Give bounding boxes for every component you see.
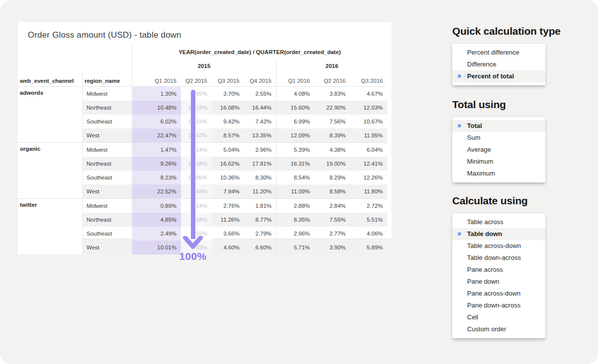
value-cell[interactable]: 4.85% — [132, 213, 181, 227]
value-cell[interactable]: 1.47% — [132, 143, 181, 157]
value-cell[interactable]: 5.89% — [350, 241, 387, 254]
value-cell[interactable]: 1.81% — [244, 199, 276, 213]
value-cell[interactable]: 8.57% — [212, 128, 244, 143]
value-cell[interactable]: 2.72% — [350, 199, 387, 213]
value-cell[interactable]: 9.42% — [212, 115, 244, 128]
value-cell[interactable]: 3.90% — [314, 241, 350, 254]
value-cell[interactable]: 6.02% — [132, 115, 181, 128]
menu-item-table-down-across[interactable]: Table down-across — [452, 252, 545, 264]
value-cell[interactable]: 11.20% — [244, 184, 276, 199]
menu-item-sum[interactable]: Sum — [452, 132, 545, 144]
value-cell[interactable]: 10.48% — [132, 101, 181, 115]
menu-item-maximum[interactable]: Maximum — [452, 168, 545, 180]
value-cell[interactable]: 5.51% — [350, 213, 387, 227]
value-cell[interactable]: 10.36% — [212, 171, 244, 184]
menu-item-percent-of-total[interactable]: Percent of total — [452, 70, 545, 82]
value-cell[interactable]: 3.83% — [314, 87, 350, 101]
value-cell[interactable]: 5.39% — [276, 143, 314, 157]
region-label-west[interactable]: West — [82, 128, 132, 143]
region-label-midwest[interactable]: Midwest — [82, 199, 132, 213]
menu-item-total[interactable]: Total — [452, 120, 545, 132]
value-cell[interactable]: 16.62% — [212, 157, 244, 171]
value-cell[interactable]: 16.31% — [276, 157, 314, 171]
menu-item-percent-difference[interactable]: Percent difference — [452, 47, 545, 59]
value-cell[interactable]: 9.26% — [132, 157, 181, 171]
value-cell[interactable]: 12.06% — [181, 171, 212, 184]
quarter-header-q3-2015[interactable]: Q3 2015 — [212, 73, 244, 87]
value-cell[interactable]: 10.67% — [350, 115, 387, 128]
value-cell[interactable]: 11.09% — [276, 184, 314, 199]
quarter-header-q2-2015[interactable]: Q2 2015 — [181, 73, 212, 87]
channel-label-organic[interactable]: organic — [18, 143, 82, 199]
value-cell[interactable]: 11.80% — [350, 184, 387, 199]
value-cell[interactable]: 8.30% — [244, 171, 276, 184]
menu-item-pane-across-down[interactable]: Pane across-down — [452, 288, 545, 300]
value-cell[interactable]: 7.94% — [212, 184, 244, 199]
value-cell[interactable]: 13.35% — [244, 128, 276, 143]
value-cell[interactable]: 8.39% — [314, 128, 350, 143]
menu-item-pane-down[interactable]: Pane down — [452, 276, 545, 288]
menu-item-pane-down-across[interactable]: Pane down-across — [452, 300, 545, 311]
value-cell[interactable]: 0.89% — [132, 199, 181, 213]
value-cell[interactable]: 8.29% — [314, 171, 350, 184]
value-cell[interactable]: 2.95% — [181, 87, 212, 101]
region-label-midwest[interactable]: Midwest — [82, 143, 132, 157]
quarter-header-q3-2016[interactable]: Q3 2016 — [350, 73, 387, 87]
value-cell[interactable]: 6.60% — [244, 241, 276, 254]
value-cell[interactable]: 12.26% — [350, 171, 387, 184]
year-group-header-2016[interactable]: 2016 — [276, 59, 387, 73]
menu-item-table-across[interactable]: Table across — [452, 216, 545, 228]
menu-item-pane-across[interactable]: Pane across — [452, 264, 545, 276]
value-cell[interactable]: 6.99% — [276, 115, 314, 128]
value-cell[interactable]: 22.90% — [314, 101, 350, 115]
value-cell[interactable]: 2.14% — [181, 199, 212, 213]
value-cell[interactable]: 12.09% — [276, 128, 314, 143]
quarter-header-q1-2015[interactable]: Q1 2015 — [132, 73, 181, 87]
value-cell[interactable]: 2.88% — [276, 199, 314, 213]
value-cell[interactable]: 4.60% — [212, 241, 244, 254]
quarter-header-q1-2016[interactable]: Q1 2016 — [276, 73, 314, 87]
value-cell[interactable]: 10.23% — [181, 115, 212, 128]
value-cell[interactable]: 2.55% — [244, 87, 276, 101]
value-cell[interactable]: 8.38% — [181, 213, 212, 227]
value-cell[interactable]: 4.67% — [350, 87, 387, 101]
value-cell[interactable]: 5.71% — [276, 241, 314, 254]
menu-item-table-across-down[interactable]: Table across-down — [452, 240, 545, 252]
value-cell[interactable]: 8.58% — [314, 184, 350, 199]
menu-item-average[interactable]: Average — [452, 144, 545, 156]
value-cell[interactable]: 17.81% — [244, 157, 276, 171]
value-cell[interactable]: 8.54% — [276, 171, 314, 184]
value-cell[interactable]: 14.38% — [181, 157, 212, 171]
region-label-southeast[interactable]: Southeast — [82, 171, 132, 184]
value-cell[interactable]: 15.60% — [276, 101, 314, 115]
value-cell[interactable]: 15.19% — [181, 101, 212, 115]
menu-item-table-down[interactable]: Table down — [452, 228, 545, 240]
value-cell[interactable]: 10.47% — [181, 128, 212, 143]
value-cell[interactable]: 11.26% — [212, 213, 244, 227]
value-cell[interactable]: 19.00% — [314, 157, 350, 171]
region-label-southeast[interactable]: Southeast — [82, 227, 132, 241]
value-cell[interactable]: 2.49% — [132, 227, 181, 241]
value-cell[interactable]: 2.79% — [244, 227, 276, 241]
region-label-northeast[interactable]: Northeast — [82, 157, 132, 171]
value-cell[interactable]: 5.04% — [212, 143, 244, 157]
value-cell[interactable]: 3.66% — [212, 227, 244, 241]
value-cell[interactable]: 1.30% — [132, 87, 181, 101]
value-cell[interactable]: 16.08% — [212, 101, 244, 115]
value-cell[interactable]: 4.06% — [350, 227, 387, 241]
menu-item-minimum[interactable]: Minimum — [452, 156, 545, 168]
value-cell[interactable]: 22.47% — [132, 128, 181, 143]
region-label-midwest[interactable]: Midwest — [82, 87, 132, 101]
quarter-header-q2-2016[interactable]: Q2 2016 — [314, 73, 350, 87]
quarter-header-q4-2015[interactable]: Q4 2015 — [244, 73, 276, 87]
value-cell[interactable]: 8.77% — [244, 213, 276, 227]
value-cell[interactable]: 22.52% — [132, 184, 181, 199]
value-cell[interactable]: 12.41% — [350, 157, 387, 171]
menu-item-cell[interactable]: Cell — [452, 311, 545, 323]
menu-item-difference[interactable]: Difference — [452, 59, 545, 70]
channel-label-twitter[interactable]: twitter — [18, 199, 82, 255]
channel-label-adwords[interactable]: adwords — [18, 87, 82, 143]
value-cell[interactable]: 2.77% — [314, 227, 350, 241]
value-cell[interactable]: 6.04% — [350, 143, 387, 157]
value-cell[interactable]: 16.44% — [244, 101, 276, 115]
